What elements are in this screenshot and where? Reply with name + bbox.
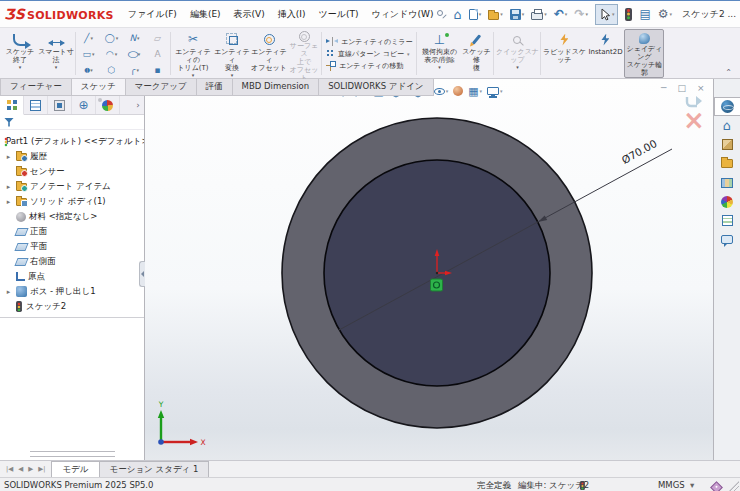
repair-sketch-button[interactable]: スケッチ修 復 bbox=[460, 29, 492, 78]
tree-item-solid-bodies[interactable]: ▸ ソリッド ボディ(1) bbox=[0, 194, 144, 209]
tree-item-sketch2[interactable]: スケッチ2 bbox=[0, 299, 144, 314]
tab-sketch[interactable]: スケッチ bbox=[71, 79, 126, 96]
doc-close-button[interactable]: × bbox=[697, 83, 705, 93]
tree-item-annotations[interactable]: ▸ アノテート アイテム bbox=[0, 179, 144, 194]
menu-window[interactable]: ウィンドウ(W) bbox=[371, 8, 433, 21]
circle-tool-button[interactable]: ◯▾ bbox=[100, 30, 123, 46]
menu-tools[interactable]: ツール(T) bbox=[318, 8, 358, 21]
expand-arrow-icon[interactable]: ▸ bbox=[4, 153, 13, 161]
expand-arrow-icon[interactable]: ▸ bbox=[4, 198, 13, 206]
first-tab-button[interactable]: |◀ bbox=[6, 465, 13, 473]
view-palette-tab[interactable] bbox=[714, 173, 740, 192]
graphics-viewport[interactable]: Ø70.00 Y X ↶ ◧ bbox=[145, 79, 713, 460]
open-button[interactable]: ▾ bbox=[486, 8, 505, 21]
appearances-tab[interactable] bbox=[714, 192, 740, 211]
tree-item-boss-extrude1[interactable]: ▸ ボス - 押し出し1 bbox=[0, 284, 144, 299]
circle-center-point[interactable] bbox=[436, 272, 438, 274]
instant2d-button[interactable]: Instant2D bbox=[586, 29, 624, 78]
unit-system-caret-icon[interactable]: ▾ bbox=[690, 480, 694, 490]
tree-item-sensors[interactable]: センサー bbox=[0, 164, 144, 179]
edit-appearance-button[interactable] bbox=[453, 86, 463, 96]
home-tab[interactable]: ⌂ bbox=[714, 116, 740, 135]
exit-sketch-button[interactable]: スケッチ 終了 ▾ bbox=[2, 29, 38, 78]
hide-show-items-button[interactable]: ▾ bbox=[434, 88, 449, 95]
tab-evaluate[interactable]: 評価 bbox=[196, 79, 233, 96]
view-settings-button[interactable]: ▾ bbox=[487, 87, 503, 95]
display-delete-relations-button[interactable]: ⊥ 幾何拘束の 表示/削除 ▾ bbox=[418, 29, 460, 78]
expand-arrow-icon[interactable]: ▸ bbox=[4, 183, 13, 191]
tree-item-front-plane[interactable]: 正面 bbox=[0, 224, 144, 239]
doc-minimize-button[interactable]: ─ bbox=[661, 83, 666, 93]
tab-markup[interactable]: マークアップ bbox=[125, 79, 197, 96]
smart-dimension-button[interactable]: スマート寸 法 ▾ bbox=[38, 29, 74, 78]
options-button[interactable]: ⚙▾ bbox=[656, 7, 674, 21]
line-tool-button[interactable]: ╱▾ bbox=[77, 30, 100, 46]
move-entities-button[interactable]: エンティティの移動 bbox=[326, 61, 412, 71]
point-tool-button[interactable]: ▪ bbox=[146, 62, 169, 78]
design-library-tab[interactable] bbox=[714, 135, 740, 154]
forum-tab[interactable] bbox=[714, 230, 740, 249]
ribbon-collapse-chevron[interactable]: ⌃ bbox=[725, 68, 732, 77]
save-button[interactable]: ▾ bbox=[508, 8, 527, 21]
print-button[interactable]: ▾ bbox=[529, 8, 549, 21]
next-tab-button[interactable]: ▶ bbox=[28, 465, 33, 473]
display-settings-button[interactable]: ▤ bbox=[637, 7, 652, 21]
menu-insert[interactable]: 挿入(I) bbox=[278, 8, 306, 21]
text-tool-button[interactable]: A bbox=[146, 46, 169, 62]
doc-restore-button[interactable]: □ bbox=[677, 83, 686, 93]
arc-tool-button[interactable]: ◠▾ bbox=[100, 46, 123, 62]
window-resize-grip[interactable] bbox=[729, 481, 739, 491]
custom-properties-tab[interactable] bbox=[714, 211, 740, 230]
apply-scene-button[interactable]: ▦▾ bbox=[468, 86, 482, 97]
linear-pattern-button[interactable]: 直線パターン コピー▾ bbox=[326, 49, 412, 59]
new-document-button[interactable]: ▾ bbox=[467, 8, 484, 21]
panel-width-handle[interactable] bbox=[98, 98, 102, 102]
undo-button[interactable]: ↶▾ bbox=[552, 7, 570, 21]
redo-button[interactable]: ↷▾ bbox=[572, 7, 590, 21]
expand-arrow-icon[interactable]: ▸ bbox=[4, 288, 13, 296]
panel-splitter-grip[interactable] bbox=[30, 451, 115, 457]
configurationmanager-tab[interactable] bbox=[48, 96, 72, 114]
tree-item-origin[interactable]: 原点 bbox=[0, 269, 144, 284]
offset-on-surface-button[interactable]: サーフェス 上で オフセット bbox=[288, 29, 320, 78]
unit-system-label[interactable]: MMGS bbox=[658, 480, 685, 490]
home-button[interactable]: ⌂ bbox=[451, 7, 463, 22]
menu-edit[interactable]: 編集(E) bbox=[190, 8, 221, 21]
rapid-sketch-button[interactable]: ラピッドスケッチ bbox=[542, 29, 586, 78]
ellipse-tool-button[interactable]: ○▾ bbox=[123, 46, 146, 62]
quick-snaps-button[interactable]: クイックスナップ ▾ bbox=[495, 29, 539, 78]
featuremanager-tree-tab[interactable] bbox=[0, 96, 24, 115]
coincident-relation-badge[interactable] bbox=[431, 279, 443, 291]
panel-tabs-overflow-chevron[interactable]: › bbox=[132, 96, 144, 114]
slot-tool-button[interactable]: ◖◗▾ bbox=[77, 62, 100, 78]
select-tool-button[interactable]: ▾ bbox=[595, 4, 619, 25]
last-tab-button[interactable]: ▶| bbox=[38, 465, 45, 473]
polygon-tool-button[interactable]: ⬡ bbox=[100, 62, 123, 78]
spline-tool-button[interactable]: N▾ bbox=[123, 30, 146, 46]
motion-study-tab[interactable]: モーション スタディ 1 bbox=[99, 461, 210, 477]
propertymanager-tab[interactable] bbox=[24, 96, 48, 114]
menu-file[interactable]: ファイル(F) bbox=[128, 8, 177, 21]
rectangle-tool-button[interactable]: ▭▾ bbox=[77, 46, 100, 62]
dimxpertmanager-tab[interactable]: ⊕ bbox=[72, 96, 96, 114]
dimension-text[interactable]: Ø70.00 bbox=[619, 137, 658, 166]
tree-item-history[interactable]: ▸ 履歴 bbox=[0, 149, 144, 164]
mirror-entities-button[interactable]: エンティティのミラー bbox=[326, 37, 412, 47]
fillet-tool-button[interactable]: ╭▾ bbox=[123, 62, 146, 78]
tab-features[interactable]: フィーチャー bbox=[0, 79, 72, 96]
convert-entities-button[interactable]: エンティティ 変換 ▾ bbox=[214, 29, 250, 78]
tab-mbd-dimension[interactable]: MBD Dimension bbox=[232, 79, 320, 96]
offset-entities-button[interactable]: エンティティ オフセット bbox=[250, 29, 288, 78]
plane-tool-button[interactable]: ▱ bbox=[146, 30, 169, 46]
prev-tab-button[interactable]: ◀ bbox=[18, 465, 23, 473]
rebuild-button[interactable] bbox=[623, 7, 634, 22]
tree-item-right-plane[interactable]: 右側面 bbox=[0, 254, 144, 269]
tree-root-part1[interactable]: Part1 (デフォルト) <<デフォルト>_表示状態 1 bbox=[0, 134, 144, 149]
tree-filter-row[interactable] bbox=[0, 115, 144, 130]
model-tab[interactable]: モデル bbox=[51, 461, 99, 477]
shaded-sketch-contours-button[interactable]: シェイディング スケッチ輪 郭 bbox=[624, 29, 664, 78]
tree-item-top-plane[interactable]: 平面 bbox=[0, 239, 144, 254]
cancel-sketch-icon[interactable]: × bbox=[679, 110, 709, 131]
menu-view[interactable]: 表示(V) bbox=[234, 8, 265, 21]
trim-entities-button[interactable]: ✂ エンティティの トリム(T) ▾ bbox=[172, 29, 214, 78]
